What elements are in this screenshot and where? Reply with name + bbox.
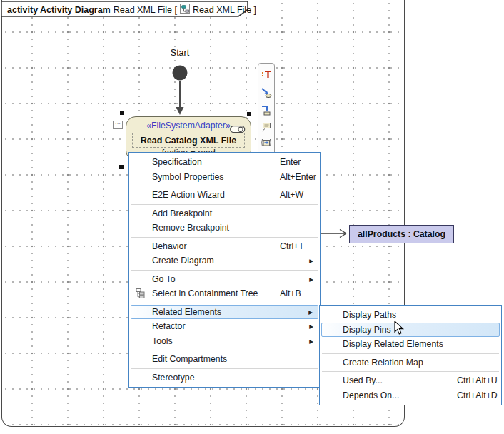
menu-item-label: Display Paths — [343, 310, 396, 320]
submenu-item-display-related-elements[interactable]: Display Related Elements — [321, 337, 500, 352]
collapse-handle[interactable]: ··· — [113, 121, 123, 129]
containment-tree-icon — [136, 288, 145, 301]
toolbar-separator — [261, 84, 272, 84]
menu-item-shortcut: Ctrl+T — [280, 241, 304, 251]
submenu-item-depends-on[interactable]: Depends On...Ctrl+Alt+D — [321, 388, 500, 403]
menu-item-shortcut: Ctrl+Alt+U — [457, 375, 498, 385]
menu-item-shortcut: Alt+B — [280, 288, 301, 298]
new-link-to-element-icon[interactable] — [259, 101, 273, 118]
frame-title-name: Read XML File [ — [114, 5, 177, 15]
initial-node[interactable] — [173, 66, 188, 81]
related-elements-submenu: Display PathsDisplay PinsDisplay Related… — [319, 305, 502, 405]
context-menu-separator — [131, 368, 318, 369]
menu-item-label: Symbol Properties — [152, 172, 223, 182]
context-menu-item-go-to[interactable]: Go To▶ — [131, 272, 318, 287]
context-menu-separator — [131, 303, 318, 303]
selection-handle[interactable] — [247, 112, 251, 116]
frame-title-tab[interactable]: activity Activity Diagram Read XML File … — [1, 1, 252, 17]
menu-item-label: Used By... — [343, 375, 383, 385]
menu-item-label: Display Pins — [343, 325, 391, 335]
menu-item-label: Display Related Elements — [343, 339, 443, 349]
frame-title: activity Activity Diagram Read XML File … — [7, 4, 256, 16]
context-menu-item-select-in-containment-tree[interactable]: Select in Containment TreeAlt+B — [131, 286, 318, 301]
submenu-item-create-relation-map[interactable]: Create Relation Map — [321, 355, 500, 370]
menu-item-label: E2E Action Wizard — [152, 190, 225, 200]
submenu-item-display-pins[interactable]: Display Pins — [321, 323, 500, 338]
action-name-label: Read Catalog XML File — [141, 136, 237, 146]
menu-item-label: Select in Containment Tree — [152, 288, 258, 298]
submenu-arrow-icon: ▶ — [309, 258, 313, 264]
submenu-arrow-icon: ▶ — [309, 276, 313, 282]
pin-icon[interactable] — [259, 135, 273, 152]
menu-item-label: Stereotype — [152, 373, 194, 383]
context-menu-item-related-elements[interactable]: Related Elements▶ — [131, 305, 318, 320]
submenu-arrow-icon: ▶ — [309, 323, 313, 330]
context-menu-item-tools[interactable]: Tools▶ — [131, 334, 318, 349]
note-icon[interactable] — [259, 118, 273, 136]
smart-manipulator-toolbar[interactable] — [258, 63, 275, 153]
new-link-icon[interactable] — [259, 85, 273, 102]
submenu-separator — [322, 353, 499, 354]
selection-handle[interactable] — [120, 111, 124, 115]
menu-item-label: Related Elements — [152, 307, 221, 317]
menu-item-shortcut: Ctrl+Alt+D — [457, 390, 498, 400]
context-menu-item-stereotype[interactable]: Stereotype — [131, 370, 318, 385]
stereotype-text-icon[interactable] — [259, 66, 273, 83]
frame-title-bracket-name: Read XML File ] — [193, 5, 256, 15]
context-menu-separator — [131, 350, 318, 350]
context-menu-item-add-breakpoint[interactable]: Add Breakpoint — [131, 206, 318, 221]
context-menu-separator — [131, 237, 318, 238]
menu-item-label: Refactor — [152, 321, 185, 331]
context-menu-separator — [131, 204, 318, 205]
context-menu-item-symbol-properties[interactable]: Symbol PropertiesAlt+Enter — [131, 170, 318, 185]
context-menu: SpecificationEnterSymbol PropertiesAlt+E… — [128, 152, 321, 388]
context-menu-item-edit-compartments[interactable]: Edit Compartments — [131, 352, 318, 367]
context-menu-item-behavior[interactable]: BehaviorCtrl+T — [131, 239, 318, 254]
selection-handle[interactable] — [119, 165, 124, 169]
submenu-arrow-icon: ▶ — [309, 338, 313, 344]
menu-item-label: Add Breakpoint — [152, 208, 212, 218]
submenu-separator — [322, 371, 499, 372]
menu-item-label: Tools — [152, 336, 173, 346]
menu-item-label: Go To — [152, 274, 176, 284]
menu-item-shortcut: Enter — [280, 157, 301, 167]
menu-item-label: Behavior — [152, 241, 187, 251]
object-node[interactable]: allProducts : Catalog — [349, 225, 454, 243]
context-menu-item-e2e-action-wizard[interactable]: E2E Action WizardAlt+W — [131, 188, 318, 203]
action-name-editbox[interactable]: Read Catalog XML File — [132, 133, 245, 148]
context-menu-separator — [131, 270, 318, 271]
context-menu-item-refactor[interactable]: Refactor▶ — [131, 319, 318, 334]
menu-item-label: Remove Breakpoint — [152, 223, 229, 233]
control-flow-arrowhead — [176, 107, 184, 115]
context-menu-item-specification[interactable]: SpecificationEnter — [131, 155, 318, 170]
diagram-canvas: activity Activity Diagram Read XML File … — [0, 0, 504, 434]
menu-item-label: Specification — [152, 157, 202, 167]
menu-item-label: Depends On... — [343, 390, 399, 400]
menu-item-label: Create Diagram — [152, 256, 214, 266]
frame-title-keyword: activity Activity Diagram — [7, 5, 111, 15]
object-flow-arrowhead — [340, 230, 346, 238]
activity-diagram-icon — [180, 4, 190, 16]
menu-item-label: Edit Compartments — [152, 354, 227, 364]
context-menu-separator — [131, 186, 318, 186]
menu-item-shortcut: Alt+Enter — [280, 172, 316, 182]
menu-item-shortcut: Alt+W — [280, 190, 303, 200]
context-menu-item-remove-breakpoint[interactable]: Remove Breakpoint — [131, 221, 318, 236]
submenu-item-display-paths[interactable]: Display Paths — [321, 308, 500, 323]
submenu-arrow-icon: ▶ — [308, 308, 313, 315]
start-node-label: Start — [158, 48, 201, 58]
context-menu-item-create-diagram[interactable]: Create Diagram▶ — [131, 253, 318, 268]
object-node-label: allProducts : Catalog — [358, 229, 445, 239]
menu-item-label: Create Relation Map — [343, 358, 423, 368]
submenu-item-used-by[interactable]: Used By...Ctrl+Alt+U — [321, 373, 500, 388]
